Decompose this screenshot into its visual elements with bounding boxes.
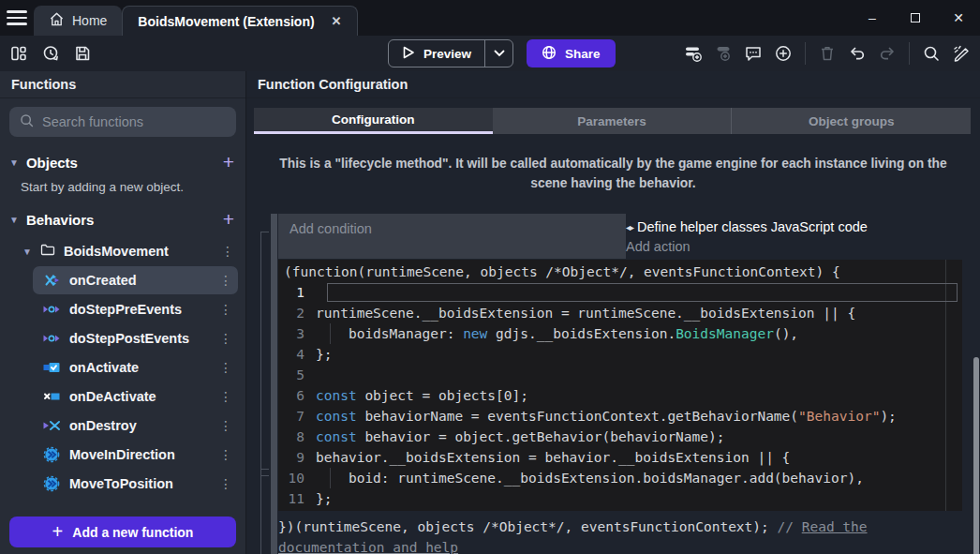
toolbar-left-group xyxy=(6,36,96,71)
step-icon xyxy=(42,301,60,319)
item-menu-icon[interactable]: ⋮ xyxy=(219,331,232,346)
behaviors-section-label: Behaviors xyxy=(26,212,223,228)
event-drag-strip[interactable] xyxy=(271,214,277,554)
title-bar: Home BoidsMovement (Extension) ✕ – ✕ xyxy=(0,0,980,36)
code-line-3[interactable]: 3 boidsManager: new gdjs.__boidsExtensio… xyxy=(278,323,962,344)
line-number: 11 xyxy=(278,488,316,509)
tab-extension[interactable]: BoidsMovement (Extension) ✕ xyxy=(122,6,357,36)
tab-parameters[interactable]: Parameters xyxy=(493,108,733,134)
function-item-doStepPreEvents[interactable]: doStepPreEvents⋮ xyxy=(33,295,238,323)
code-line-5[interactable]: 5 xyxy=(278,365,962,385)
behaviors-section-header[interactable]: ▼ Behaviors + xyxy=(9,207,234,232)
item-menu-icon[interactable]: ⋮ xyxy=(219,447,232,462)
search-icon[interactable] xyxy=(918,40,944,67)
item-menu-icon[interactable]: ⋮ xyxy=(219,273,232,288)
history-icon[interactable] xyxy=(37,40,64,67)
chevron-down-icon[interactable]: ▼ xyxy=(22,247,32,257)
objects-section-header[interactable]: ▼ Objects + xyxy=(9,150,234,174)
function-item-onCreated[interactable]: onCreated⋮ xyxy=(33,266,238,294)
add-action-button[interactable]: Add action xyxy=(626,239,971,254)
function-item-doStepPostEvents[interactable]: doStepPostEvents⋮ xyxy=(33,324,238,352)
home-icon xyxy=(49,11,65,30)
behavior-group-row[interactable]: ▼ BoidsMovement ⋮ xyxy=(22,239,234,263)
function-item-onDestroy[interactable]: onDestroy⋮ xyxy=(33,412,238,440)
code-line-10[interactable]: 10 boid: runtimeScene.__boidsExtension.b… xyxy=(278,468,962,488)
item-menu-icon[interactable]: ⋮ xyxy=(219,389,232,404)
project-manager-icon[interactable] xyxy=(6,40,32,67)
vertical-scrollbar[interactable] xyxy=(973,357,979,554)
deactivate-icon xyxy=(42,388,60,406)
lifecycle-description: This is a "lifecycle method". It will be… xyxy=(265,154,961,193)
trash-icon[interactable] xyxy=(814,40,840,67)
code-line-2[interactable]: 2runtimeScene.__boidsExtension = runtime… xyxy=(278,303,962,323)
function-item-onActivate[interactable]: onActivate⋮ xyxy=(33,353,238,382)
search-functions-input[interactable] xyxy=(42,114,227,129)
step-icon xyxy=(42,330,60,348)
search-functions-box[interactable] xyxy=(9,107,236,137)
preview-button-main[interactable]: Preview xyxy=(389,46,484,62)
close-tab-icon[interactable]: ✕ xyxy=(332,14,342,28)
code-line-1[interactable]: 1 xyxy=(278,282,962,303)
event-margin-tick xyxy=(260,469,269,476)
plus-icon: + xyxy=(52,521,64,543)
code-line-7[interactable]: 7const behaviorName = eventsFunctionCont… xyxy=(278,406,962,427)
add-function-button[interactable]: + Add a new function xyxy=(9,517,236,547)
item-menu-icon[interactable]: ⋮ xyxy=(219,418,232,433)
line-number: 4 xyxy=(278,344,316,365)
add-circle-icon[interactable] xyxy=(770,40,796,67)
js-action-label: Define helper classes JavaScript code xyxy=(637,219,868,234)
sidebar-title: Functions xyxy=(0,71,245,98)
function-configuration-panel: Function Configuration ConfigurationPara… xyxy=(245,71,980,554)
app-window: Home BoidsMovement (Extension) ✕ – ✕ xyxy=(0,0,980,554)
add-comment-icon[interactable] xyxy=(740,40,766,67)
function-label: onDeActivate xyxy=(69,389,210,404)
line-number: 9 xyxy=(278,447,316,468)
share-label: Share xyxy=(565,47,601,61)
function-item-MoveToPosition[interactable]: MoveToPosition⋮ xyxy=(33,470,238,498)
chevron-down-icon[interactable]: ▼ xyxy=(9,157,19,168)
maximize-button[interactable] xyxy=(894,0,937,36)
tab-object-groups[interactable]: Object groups xyxy=(732,108,971,134)
function-label: MoveInDirection xyxy=(69,447,210,462)
js-code-editor[interactable]: (function(runtimeScene, objects /*Object… xyxy=(278,260,962,511)
item-menu-icon[interactable]: ⋮ xyxy=(221,244,234,259)
objects-section-label: Objects xyxy=(26,155,223,171)
code-footer: })(runtimeScene, objects /*Object*/, eve… xyxy=(278,517,940,554)
code-line-4[interactable]: 4}; xyxy=(278,344,962,365)
tab-home-label: Home xyxy=(72,13,107,28)
event-sheet: Add condition ◂▸ Define helper classes J… xyxy=(246,211,980,554)
function-item-MoveInDirection[interactable]: MoveInDirection⋮ xyxy=(33,441,238,469)
function-label: onCreated xyxy=(69,273,210,288)
preview-options-button[interactable] xyxy=(484,39,512,67)
edit-pen-icon[interactable] xyxy=(948,40,974,67)
line-number: 8 xyxy=(278,427,316,447)
add-event-icon[interactable] xyxy=(680,40,706,67)
code-header-line[interactable]: (function(runtimeScene, objects /*Object… xyxy=(278,262,962,282)
undo-icon[interactable] xyxy=(844,40,870,67)
item-menu-icon[interactable]: ⋮ xyxy=(219,302,232,317)
close-window-button[interactable]: ✕ xyxy=(937,0,980,36)
add-object-button[interactable]: + xyxy=(223,153,234,172)
add-subevent-icon[interactable] xyxy=(710,40,736,67)
preview-button[interactable]: Preview xyxy=(388,39,513,67)
js-action-title[interactable]: ◂▸ Define helper classes JavaScript code xyxy=(626,219,971,234)
code-line-11[interactable]: 11}; xyxy=(278,488,962,509)
chevron-down-icon[interactable]: ▼ xyxy=(9,215,19,225)
code-line-6[interactable]: 6const object = objects[0]; xyxy=(278,385,962,406)
tab-home[interactable]: Home xyxy=(34,6,122,36)
code-line-9[interactable]: 9behavior.__boidsExtension = behavior.__… xyxy=(278,447,962,468)
item-menu-icon[interactable]: ⋮ xyxy=(219,476,232,491)
toolbar-right-group xyxy=(680,36,974,71)
share-button[interactable]: Share xyxy=(527,39,616,67)
function-item-onDeActivate[interactable]: onDeActivate⋮ xyxy=(33,382,238,411)
redo-icon[interactable] xyxy=(874,40,900,67)
code-line-8[interactable]: 8const behavior = object.getBehavior(beh… xyxy=(278,427,962,447)
item-menu-icon[interactable]: ⋮ xyxy=(219,360,232,375)
destroy-icon xyxy=(42,417,60,435)
minimize-button[interactable]: – xyxy=(851,0,894,36)
save-icon[interactable] xyxy=(69,40,96,67)
tab-configuration[interactable]: Configuration xyxy=(254,108,493,134)
add-behavior-button[interactable]: + xyxy=(223,210,234,229)
add-condition-button[interactable]: Add condition xyxy=(278,214,626,259)
main-menu-icon[interactable] xyxy=(0,0,34,36)
